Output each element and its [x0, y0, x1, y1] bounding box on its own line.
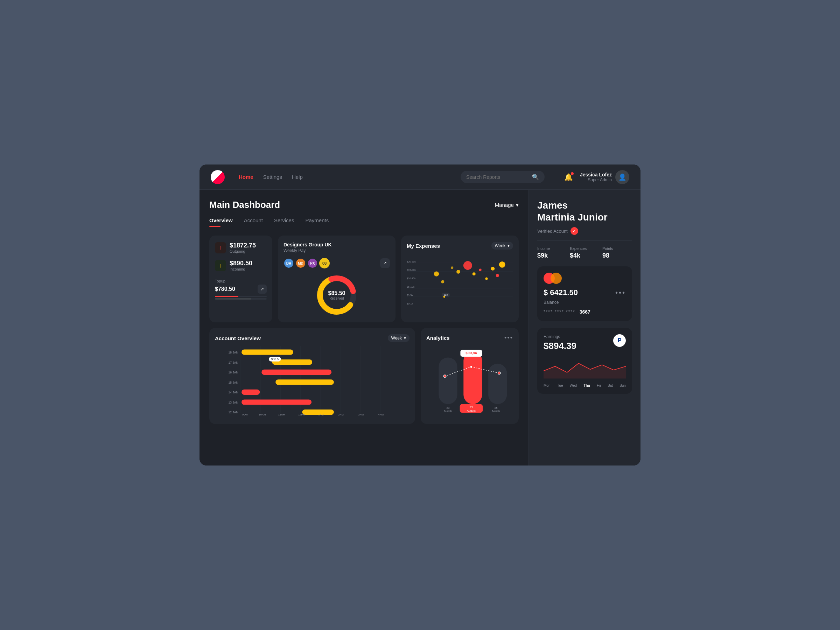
more-options-button[interactable]: •••: [504, 334, 513, 342]
topup-row: $780.50 ↗: [215, 284, 267, 294]
earnings-line-chart: [543, 355, 626, 380]
left-panel: Main Dashboard Manage ▾ Overview Account…: [199, 190, 529, 466]
nav-settings[interactable]: Settings: [263, 174, 282, 180]
svg-text:$ 53,96: $ 53,96: [466, 351, 477, 355]
svg-text:25: 25: [494, 406, 498, 409]
svg-text:12PM: 12PM: [298, 413, 305, 416]
search-icon: 🔍: [532, 174, 539, 180]
svg-text:4PM: 4PM: [378, 413, 384, 416]
progress-fill-2: [215, 298, 251, 300]
earnings-day-fri: Fri: [597, 384, 601, 387]
logo-icon: [211, 170, 225, 184]
gantt-chart: 18 JAN 17 JAN 16 JAN 15 JAN 14 JAN 13 JA…: [215, 346, 409, 416]
avatar: 👤: [615, 170, 629, 184]
expenses-stat: Expences $4k: [570, 246, 600, 259]
nav-help[interactable]: Help: [292, 174, 303, 180]
earnings-day-sat: Sat: [608, 384, 613, 387]
expenses-card: My Expenses Week ▾ $2: [401, 235, 519, 322]
incoming-stat: ↓ $890.50 Incoming: [215, 260, 267, 271]
avatar-px: PX: [307, 258, 318, 268]
svg-text:August: August: [467, 409, 476, 412]
svg-point-69: [470, 366, 472, 368]
verified-badge: Verified Acount ✓: [537, 227, 632, 235]
card-section: $ 6421.50 ••• Balance **** **** **** 366…: [537, 266, 632, 321]
svg-text:2PM: 2PM: [338, 413, 344, 416]
weekly-pay-subtitle: Weekly Pay: [284, 248, 390, 253]
mc-orange-circle: [551, 273, 562, 284]
svg-text:15 JAN: 15 JAN: [228, 381, 238, 384]
svg-point-27: [444, 296, 445, 297]
card-options-button[interactable]: •••: [615, 289, 626, 297]
tab-overview[interactable]: Overview: [209, 217, 233, 227]
svg-text:17 JAN: 17 JAN: [228, 361, 238, 364]
profile-section: James Martinia Junior Verified Acount ✓ …: [537, 199, 632, 259]
donut-center: $85.50 Received: [328, 290, 346, 300]
stats-card: ↑ $1872.75 Outgoing ↓ $890.50 Incoming: [209, 235, 272, 322]
search-input[interactable]: [466, 174, 529, 180]
balance-amount: $ 6421.50: [543, 288, 578, 297]
svg-rect-50: [242, 390, 260, 395]
notification-badge: [571, 172, 574, 175]
balance-label: Balance: [543, 300, 626, 305]
earnings-day-thu: Thu: [583, 384, 590, 387]
svg-text:12 JAN: 12 JAN: [228, 411, 238, 414]
svg-text:March: March: [492, 409, 500, 413]
svg-text:11AM: 11AM: [278, 413, 285, 416]
analytics-title: Analytics: [426, 335, 450, 341]
earnings-label: Earnings: [543, 334, 576, 339]
tab-services[interactable]: Services: [274, 217, 294, 227]
svg-point-14: [434, 271, 439, 276]
points-label: Points: [602, 246, 632, 251]
bell-icon[interactable]: 🔔: [564, 173, 573, 181]
outgoing-label: Outgoing: [230, 249, 256, 253]
svg-text:$5-10k: $5-10k: [407, 286, 414, 288]
svg-text:3PM: 3PM: [358, 413, 364, 416]
tab-account[interactable]: Account: [244, 217, 263, 227]
topup-section: Topup $780.50 ↗: [215, 279, 267, 300]
earnings-day-sun: Sun: [619, 384, 626, 387]
expenses-scatter-chart: $20-25k $15-20k $10-15k $5-10k $1-5k $0-…: [407, 254, 513, 310]
svg-point-15: [441, 280, 444, 284]
svg-rect-63: [488, 364, 507, 404]
svg-point-19: [472, 272, 476, 275]
progress-bar: [215, 296, 267, 297]
analytics-card: Analytics ••• $ 53,96: [421, 328, 519, 424]
earnings-day-tue: Tue: [557, 384, 563, 387]
svg-point-21: [485, 277, 488, 279]
svg-text:16 JAN: 16 JAN: [228, 371, 238, 374]
account-week-selector[interactable]: Week ▾: [388, 334, 409, 342]
topup-label: Topup: [215, 279, 267, 283]
expenses-value: $4k: [570, 252, 600, 259]
account-overview-title: Account Overview: [215, 335, 261, 341]
svg-point-20: [479, 268, 482, 271]
donut-chart: $85.50 Received: [316, 274, 358, 316]
topup-button[interactable]: ↗: [257, 284, 267, 294]
topup-amount: $780.50: [215, 286, 235, 292]
user-text: Jessica Lofez Super Admin: [580, 172, 612, 182]
right-panel: James Martinia Junior Verified Acount ✓ …: [529, 190, 641, 466]
incoming-amount: $890.50: [230, 260, 253, 267]
earnings-section: Earnings $894.39 P Mon Tue Wed Thu Fri S…: [537, 328, 632, 394]
earnings-day-mon: Mon: [543, 384, 550, 387]
tabs: Overview Account Services Payments: [209, 217, 519, 227]
week-selector[interactable]: Week ▾: [491, 242, 513, 249]
manage-button[interactable]: Manage ▾: [495, 202, 519, 208]
dashboard-header: Main Dashboard Manage ▾: [209, 199, 519, 210]
earnings-days: Mon Tue Wed Thu Fri Sat Sun: [543, 384, 626, 387]
tab-payments[interactable]: Payments: [305, 217, 328, 227]
arrow-button[interactable]: ↗: [380, 258, 390, 268]
profile-name: James Martinia Junior: [537, 199, 632, 223]
svg-point-68: [444, 375, 446, 377]
svg-rect-49: [275, 379, 334, 385]
points-stat: Points 98: [602, 246, 632, 259]
nav-home[interactable]: Home: [239, 174, 253, 180]
svg-text:21: 21: [470, 405, 473, 409]
earnings-day-wed: Wed: [570, 384, 577, 387]
progress-fill: [215, 296, 238, 297]
chevron-down-icon: ▾: [507, 243, 510, 248]
paypal-icon: P: [613, 334, 626, 347]
svg-text:9 AM: 9 AM: [242, 413, 248, 416]
chevron-down-icon: ▾: [516, 202, 519, 208]
svg-text:$15-20k: $15-20k: [407, 269, 416, 272]
svg-rect-51: [242, 399, 311, 404]
